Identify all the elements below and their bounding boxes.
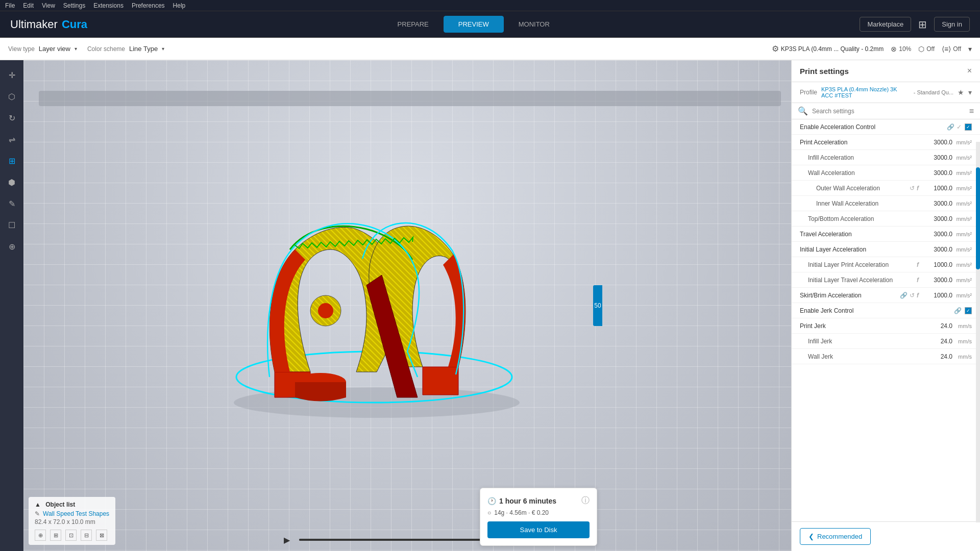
setting-row: Skirt/Brim Acceleration🔗↺f1000.0mm/s² — [792, 288, 980, 303]
layer-tool[interactable]: ⊞ — [3, 152, 20, 169]
rotate-tool[interactable]: ↻ — [3, 109, 20, 127]
color-scheme-value[interactable]: Line Type — [129, 45, 158, 53]
obj-tool-1[interactable]: ⊕ — [35, 530, 46, 541]
setting-value[interactable]: 3000.0 — [922, 200, 952, 207]
link-icon[interactable]: 🔗 — [900, 292, 908, 299]
menu-bar: File Edit View Settings Extensions Prefe… — [0, 0, 980, 11]
menu-extensions[interactable]: Extensions — [93, 2, 124, 9]
panel-close-button[interactable]: × — [967, 66, 972, 76]
setting-name: Travel Acceleration — [800, 231, 919, 238]
menu-preferences[interactable]: Preferences — [132, 2, 165, 9]
function-icon[interactable]: f — [917, 277, 919, 284]
reset-icon[interactable]: ↺ — [910, 185, 915, 192]
fan-icon: ⊗ — [891, 45, 897, 53]
setting-checkbox[interactable]: ✓ — [965, 123, 972, 131]
setting-value[interactable]: 1000.0 — [922, 261, 952, 268]
setting-value[interactable]: 1000.0 — [922, 292, 952, 299]
heat-item: ⟨≡⟩ Off — [942, 45, 961, 53]
search-input[interactable] — [812, 108, 965, 115]
view-type-label: View type — [8, 45, 35, 53]
recommended-button[interactable]: ❮ Recommended — [800, 528, 871, 545]
info-icon[interactable]: ⓘ — [581, 495, 590, 506]
marketplace-button[interactable]: Marketplace — [860, 17, 911, 32]
view-type-group: View type Layer view ▾ — [8, 45, 77, 53]
settings-scrollbar[interactable] — [976, 142, 980, 522]
color-scheme-dropdown-arrow[interactable]: ▾ — [162, 46, 164, 52]
profile-dropdown-icon[interactable]: ▾ — [968, 88, 972, 96]
tab-monitor[interactable]: MONITOR — [504, 16, 565, 33]
setting-value[interactable]: 3000.0 — [922, 139, 952, 146]
obj-tool-3[interactable]: ⊡ — [65, 530, 77, 541]
link-icon[interactable]: 🔗 — [954, 307, 962, 314]
print-settings-panel: Print settings × Profile KP3S PLA (0.4mm… — [791, 60, 980, 551]
link-icon[interactable]: 🔗 — [947, 123, 954, 131]
menu-view[interactable]: View — [42, 2, 55, 9]
setting-name: Outer Wall Acceleration — [800, 185, 910, 192]
profile-standard: - Standard Qu... — [914, 89, 953, 95]
setting-value[interactable]: 3000.0 — [922, 169, 952, 177]
setting-value[interactable]: 24.0 — [922, 338, 952, 345]
object-name[interactable]: Wall Speed Test Shapes — [43, 510, 109, 517]
view-type-value[interactable]: Layer view — [39, 45, 70, 53]
setting-value[interactable]: 3000.0 — [922, 154, 952, 161]
obj-tool-5[interactable]: ⊠ — [96, 530, 107, 541]
move-tool[interactable]: ✛ — [3, 66, 20, 84]
toolbar-right-dropdown[interactable]: ▾ — [968, 45, 972, 53]
nav-tabs: PREPARE PREVIEW MONITOR — [383, 16, 565, 33]
panel-header: Print settings × — [792, 60, 980, 82]
paint-tool[interactable]: ✎ — [3, 195, 20, 212]
tab-preview[interactable]: PREVIEW — [444, 16, 504, 33]
setting-value[interactable]: 24.0 — [922, 322, 952, 330]
grid-icon[interactable]: ⊞ — [918, 18, 927, 31]
settings-icon-item: ⚙ KP3S PLA (0.4mm ... Quality - 0.2mm — [772, 44, 884, 54]
main-layout: ✛ ⬡ ↻ ⇌ ⊞ ⬢ ✎ ☐ ⊕ — [0, 60, 980, 551]
platform-shelf — [39, 91, 781, 106]
setting-row: Enable Acceleration Control🔗✓✓ — [792, 119, 980, 135]
view-type-dropdown-arrow[interactable]: ▾ — [75, 46, 77, 52]
obj-tool-4[interactable]: ⊟ — [81, 530, 92, 541]
support-tool[interactable]: ⬢ — [3, 173, 20, 191]
function-icon[interactable]: f — [917, 292, 919, 299]
setting-value[interactable]: 1000.0 — [922, 185, 952, 192]
menu-edit[interactable]: Edit — [23, 2, 34, 9]
scrollbar-thumb[interactable] — [976, 167, 980, 269]
setting-name: Enable Jerk Control — [800, 307, 954, 314]
object-tool[interactable]: ☐ — [3, 216, 20, 234]
setting-value[interactable]: 3000.0 — [922, 246, 952, 253]
settings-sliders-icon[interactable]: ⚙ — [772, 44, 779, 54]
save-to-disk-button[interactable]: Save to Disk — [487, 521, 590, 538]
panel-collapse-bar[interactable]: 50 — [593, 285, 602, 326]
scale-tool[interactable]: ⬡ — [3, 88, 20, 105]
setting-name: Initial Layer Print Acceleration — [800, 261, 917, 268]
check-icon[interactable]: ✓ — [957, 123, 962, 131]
setting-name: Print Jerk — [800, 322, 919, 330]
setting-value[interactable]: 3000.0 — [922, 231, 952, 238]
profile-star-icon[interactable]: ★ — [958, 88, 964, 96]
menu-help[interactable]: Help — [173, 2, 186, 9]
per-model-tool[interactable]: ⊕ — [3, 238, 20, 255]
menu-file[interactable]: File — [5, 2, 15, 9]
setting-unit: mm/s — [952, 338, 972, 344]
tab-prepare[interactable]: PREPARE — [383, 16, 444, 33]
setting-checkbox[interactable]: ✓ — [965, 307, 972, 314]
profile-name: KP3S PLA (0.4mm Nozzle) 3K ACC #TEST — [821, 86, 910, 98]
left-toolbar: ✛ ⬡ ↻ ⇌ ⊞ ⬢ ✎ ☐ ⊕ — [0, 60, 23, 551]
mirror-tool[interactable]: ⇌ — [3, 131, 20, 148]
function-icon[interactable]: f — [917, 185, 919, 192]
panel-title: Print settings — [800, 67, 849, 76]
function-icon[interactable]: f — [917, 261, 919, 268]
play-button[interactable]: ▶ — [280, 533, 294, 547]
setting-icons: 🔗 — [954, 307, 962, 314]
heat-value: Off — [953, 45, 961, 53]
viewport[interactable]: ▲ Object list ✎ Wall Speed Test Shapes 8… — [23, 60, 791, 551]
setting-value[interactable]: 24.0 — [922, 353, 952, 360]
setting-value[interactable]: 3000.0 — [922, 277, 952, 284]
signin-button[interactable]: Sign in — [934, 17, 970, 32]
setting-row: Wall Jerk24.0mm/s — [792, 349, 980, 364]
svg-point-7 — [318, 303, 333, 318]
setting-value[interactable]: 3000.0 — [922, 215, 952, 222]
obj-tool-2[interactable]: ⊞ — [50, 530, 61, 541]
menu-icon[interactable]: ≡ — [969, 107, 974, 116]
menu-settings[interactable]: Settings — [63, 2, 85, 9]
reset-icon[interactable]: ↺ — [910, 292, 915, 299]
